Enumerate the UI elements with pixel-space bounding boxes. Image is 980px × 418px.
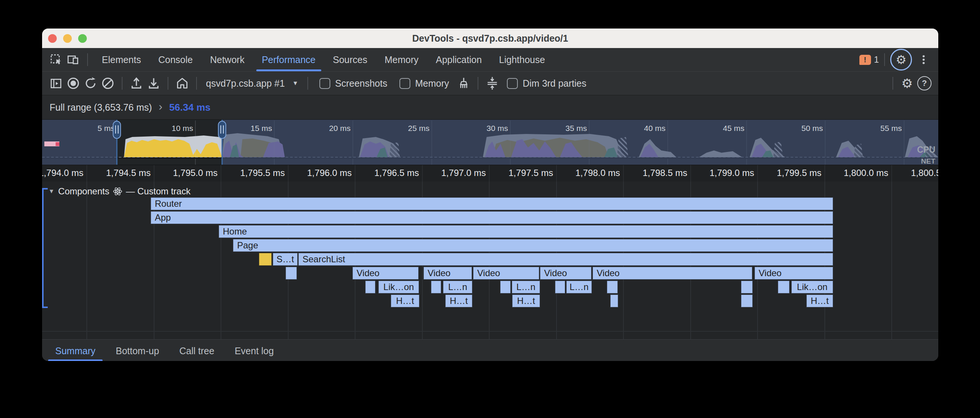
gear-icon: ⚙ [896, 54, 907, 66]
record-icon [67, 76, 80, 90]
reload-icon [84, 76, 97, 90]
track-focus-bracket [42, 188, 44, 308]
flame-bar-video[interactable]: Video [473, 267, 539, 280]
help-button[interactable]: ? [916, 74, 933, 92]
target-selector[interactable]: qsvd7p.csb.app #1 ▼ [202, 78, 302, 89]
time-gridline [891, 182, 892, 339]
flame-chart[interactable]: ▼ Components — Custom track RouterAppHom… [42, 182, 938, 339]
flame-bar-ln[interactable]: L…n [443, 281, 473, 293]
ruler-label: 1,795.5 ms [210, 168, 285, 178]
breadcrumb-full-range[interactable]: Full range (3,653.76 ms) [49, 102, 152, 113]
ruler-label: 1,796.0 ms [277, 168, 352, 178]
reload-and-record-button[interactable] [82, 74, 99, 92]
window-titlebar[interactable]: DevTools - qsvd7p.csb.app/video/1 [42, 28, 938, 48]
tab-console[interactable]: Console [150, 48, 201, 71]
home-button[interactable] [173, 74, 191, 92]
capture-settings-button[interactable]: ⚙ [899, 74, 916, 92]
tab-bottom-up[interactable]: Bottom-up [106, 340, 169, 361]
home-icon [175, 76, 189, 90]
flame-bar-video[interactable]: Video [754, 267, 833, 280]
upload-icon [130, 76, 143, 90]
flame-bar[interactable] [741, 294, 752, 307]
collect-garbage-button[interactable] [455, 74, 473, 92]
flame-bar-video[interactable]: Video [540, 267, 592, 280]
flame-bar[interactable] [607, 281, 618, 293]
flame-bar-ht[interactable]: H…t [445, 294, 473, 307]
ruler-label: 1,800.0 ms [813, 168, 888, 178]
cpu-lane-label: CPU [917, 145, 935, 155]
flame-bar[interactable] [610, 294, 618, 307]
flame-bar[interactable] [555, 281, 565, 293]
inspect-element-button[interactable] [47, 51, 65, 68]
flame-bar[interactable] [365, 281, 375, 293]
flame-bar[interactable] [778, 281, 789, 293]
toolbar-separator [122, 77, 123, 90]
window-title: DevTools - qsvd7p.csb.app/video/1 [42, 33, 938, 44]
tab-memory[interactable]: Memory [376, 48, 427, 71]
clear-icon [101, 76, 115, 90]
ruler-label: 1,796.5 ms [344, 168, 419, 178]
clear-recording-button[interactable] [99, 74, 116, 92]
dim-3rd-parties-checkbox[interactable]: Dim 3rd parties [507, 78, 587, 89]
breadcrumb-selection[interactable]: 56.34 ms [169, 102, 210, 113]
issues-badge[interactable]: ! 1 [859, 54, 879, 65]
flame-bar-video[interactable]: Video [352, 267, 418, 280]
flame-bar[interactable] [286, 267, 297, 280]
inspect-icon [49, 53, 62, 66]
more-options-button[interactable] [915, 51, 932, 68]
toggle-sidebar-button[interactable] [47, 74, 65, 92]
selection-handle-left[interactable] [113, 121, 121, 138]
close-window-button[interactable] [48, 34, 57, 43]
selection-handle-right[interactable] [218, 121, 226, 138]
collapse-recording-button[interactable] [484, 74, 501, 92]
timeline-overview-canvas[interactable]: 5 ms10 ms15 ms20 ms25 ms30 ms35 ms40 ms4… [42, 120, 938, 165]
flame-bar[interactable] [259, 253, 272, 266]
gear-icon: ⚙ [902, 77, 913, 90]
flame-bar-ht[interactable]: H…t [391, 294, 419, 307]
flame-bar-likon[interactable]: Lik…on [791, 281, 833, 293]
tab-call-tree[interactable]: Call tree [169, 340, 224, 361]
flame-bar-page[interactable]: Page [233, 239, 833, 252]
flame-bar-video[interactable]: Video [423, 267, 472, 280]
overview-tick-label: 30 ms [487, 124, 508, 133]
tab-summary[interactable]: Summary [45, 340, 106, 361]
flame-bar-ht[interactable]: H…t [512, 294, 540, 307]
kebab-menu-icon [918, 54, 929, 65]
tab-sources[interactable]: Sources [324, 48, 376, 71]
timeline-ruler[interactable]: 1,794.0 ms1,794.5 ms1,795.0 ms1,795.5 ms… [42, 165, 938, 182]
flame-bar-home[interactable]: Home [219, 225, 833, 238]
tab-application[interactable]: Application [427, 48, 490, 71]
zoom-window-button[interactable] [78, 34, 87, 43]
flame-bar[interactable] [741, 281, 752, 293]
record-button[interactable] [65, 74, 82, 92]
memory-checkbox[interactable]: Memory [399, 78, 449, 89]
flame-bar-ln[interactable]: L…n [566, 281, 592, 293]
flame-bar-searchlist[interactable]: SearchList [298, 253, 833, 266]
settings-button[interactable]: ⚙ [890, 49, 912, 71]
tab-network[interactable]: Network [201, 48, 253, 71]
timeline-overview[interactable]: 5 ms10 ms15 ms20 ms25 ms30 ms35 ms40 ms4… [42, 119, 938, 165]
minimize-window-button[interactable] [63, 34, 72, 43]
tab-performance[interactable]: Performance [253, 48, 324, 71]
flame-bar-router[interactable]: Router [151, 197, 833, 210]
load-profile-button[interactable] [128, 74, 145, 92]
tab-event-log[interactable]: Event log [224, 340, 284, 361]
save-profile-button[interactable] [145, 74, 162, 92]
device-toolbar-button[interactable] [65, 51, 82, 68]
ruler-label: 1,798.5 ms [612, 168, 687, 178]
flame-bar-ht[interactable]: H…t [807, 294, 833, 307]
track-header[interactable]: ▼ Components — Custom track [48, 186, 191, 196]
flame-bar[interactable] [431, 281, 441, 293]
flame-bar-app[interactable]: App [151, 211, 833, 224]
flame-bar[interactable] [500, 281, 511, 293]
overview-tick-label: 50 ms [802, 124, 823, 133]
flame-bar-st[interactable]: S…t [273, 253, 298, 266]
screenshots-checkbox[interactable]: Screenshots [320, 78, 387, 89]
memory-label: Memory [415, 78, 449, 89]
tab-elements[interactable]: Elements [93, 48, 150, 71]
flame-bar-video[interactable]: Video [593, 267, 752, 280]
flame-bar-likon[interactable]: Lik…on [379, 281, 419, 293]
flame-bar-ln[interactable]: L…n [512, 281, 540, 293]
device-toolbar-icon [67, 53, 80, 66]
tab-lighthouse[interactable]: Lighthouse [490, 48, 554, 71]
